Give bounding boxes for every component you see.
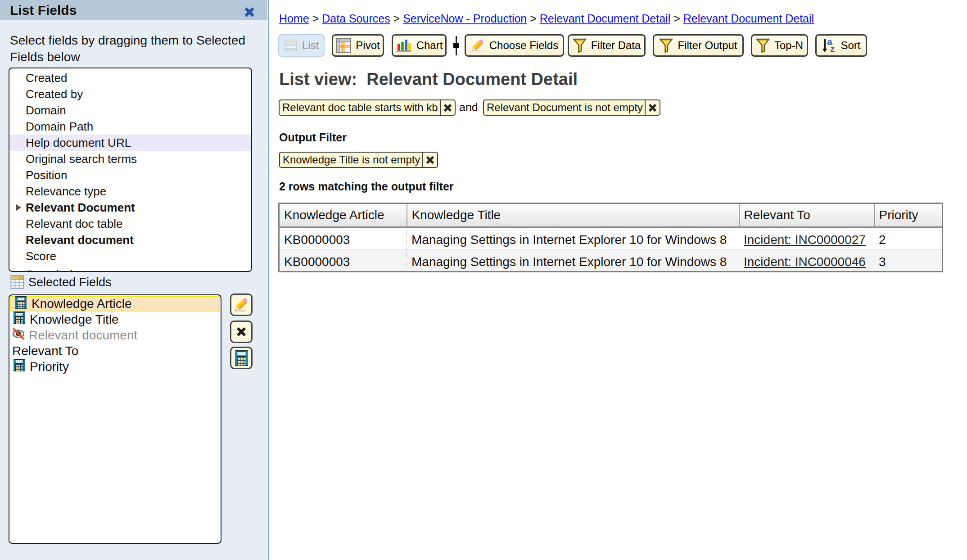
svg-text:z: z xyxy=(830,43,835,54)
